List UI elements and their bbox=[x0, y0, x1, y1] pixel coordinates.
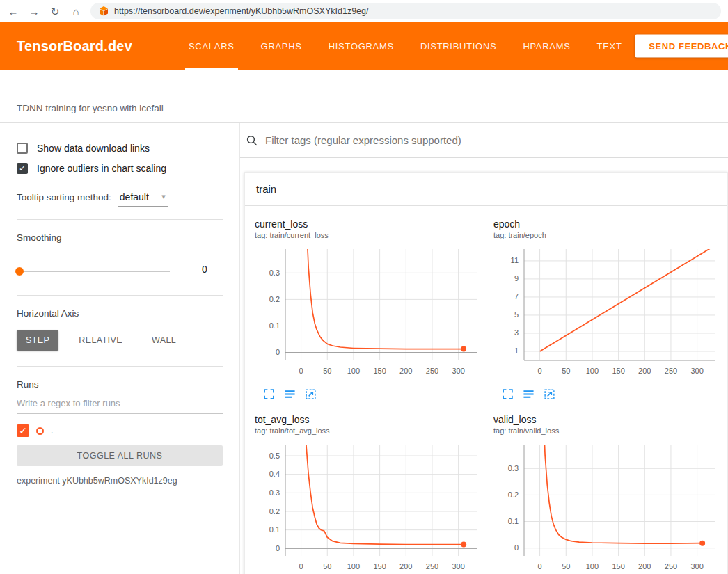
svg-text:11: 11 bbox=[511, 256, 519, 264]
tab-hparams[interactable]: HPARAMS bbox=[509, 22, 583, 70]
chart-canvas: 1357911050100150200250300 bbox=[489, 244, 722, 380]
fit-domain-icon[interactable] bbox=[305, 388, 317, 400]
svg-text:200: 200 bbox=[638, 367, 651, 375]
smoothing-label: Smoothing bbox=[17, 232, 223, 243]
axis-wall-button[interactable]: WALL bbox=[143, 330, 185, 351]
tab-distributions[interactable]: DISTRIBUTIONS bbox=[407, 22, 510, 70]
chart-toolbar bbox=[502, 388, 722, 400]
ignore-outliers-row[interactable]: ✓ Ignore outliers in chart scaling bbox=[17, 163, 223, 174]
url-text: https://tensorboard.dev/experiment/yKUbh… bbox=[114, 6, 368, 16]
browser-toolbar: ← → ↻ ⌂ https://tensorboard.dev/experime… bbox=[0, 0, 728, 22]
expand-icon[interactable] bbox=[502, 388, 514, 400]
svg-text:300: 300 bbox=[690, 562, 703, 571]
run-checkbox[interactable]: ✓ bbox=[17, 424, 29, 437]
chart-tag: tag: train/tot_avg_loss bbox=[255, 426, 484, 435]
svg-text:0: 0 bbox=[299, 562, 303, 571]
svg-text:50: 50 bbox=[562, 367, 570, 375]
show-download-links-checkbox[interactable] bbox=[17, 143, 28, 154]
back-icon[interactable]: ← bbox=[7, 6, 19, 17]
sidebar-divider bbox=[17, 295, 223, 296]
svg-text:300: 300 bbox=[452, 562, 464, 571]
forward-icon[interactable]: → bbox=[28, 6, 40, 17]
svg-text:50: 50 bbox=[562, 562, 570, 571]
svg-text:50: 50 bbox=[323, 367, 331, 375]
filter-tags-input[interactable] bbox=[265, 134, 728, 146]
svg-text:150: 150 bbox=[373, 367, 386, 375]
group-title-train[interactable]: train bbox=[245, 173, 727, 206]
app-logo: TensorBoard.dev bbox=[17, 38, 132, 54]
svg-text:100: 100 bbox=[586, 367, 599, 375]
tab-graphs[interactable]: GRAPHS bbox=[248, 22, 315, 70]
tab-text[interactable]: TEXT bbox=[584, 22, 635, 70]
run-row: ✓ . bbox=[17, 424, 223, 437]
chart-canvas: 00.10.20.3050100150200250300 bbox=[489, 439, 722, 574]
svg-text:0.1: 0.1 bbox=[508, 517, 519, 525]
svg-text:0.1: 0.1 bbox=[269, 525, 280, 534]
tooltip-sorting-label: Tooltip sorting method: bbox=[17, 192, 111, 202]
run-table-icon[interactable] bbox=[523, 388, 535, 400]
svg-text:100: 100 bbox=[347, 562, 360, 571]
chart-title: epoch bbox=[493, 218, 722, 230]
svg-text:9: 9 bbox=[514, 274, 519, 282]
svg-text:0.4: 0.4 bbox=[269, 470, 280, 478]
tab-scalars[interactable]: SCALARS bbox=[175, 22, 248, 70]
toggle-all-runs-button[interactable]: TOGGLE ALL RUNS bbox=[17, 445, 223, 466]
svg-text:200: 200 bbox=[399, 367, 412, 375]
address-bar[interactable]: https://tensorboard.dev/experiment/yKUbh… bbox=[90, 3, 721, 19]
svg-text:0: 0 bbox=[276, 348, 280, 356]
home-icon[interactable]: ⌂ bbox=[70, 6, 82, 17]
charts-grid: current_loss tag: train/current_loss 00.… bbox=[245, 206, 727, 574]
ignore-outliers-checkbox[interactable]: ✓ bbox=[17, 163, 28, 174]
run-table-icon[interactable] bbox=[284, 388, 296, 400]
svg-text:1: 1 bbox=[514, 346, 519, 355]
svg-text:0.2: 0.2 bbox=[508, 491, 519, 499]
svg-text:0.2: 0.2 bbox=[269, 507, 280, 516]
svg-text:0.5: 0.5 bbox=[269, 452, 280, 460]
chart-card-tot-avg-loss: tot_avg_loss tag: train/tot_avg_loss 00.… bbox=[251, 411, 484, 574]
ignore-outliers-label: Ignore outliers in chart scaling bbox=[37, 163, 166, 174]
send-feedback-button[interactable]: SEND FEEDBACK bbox=[635, 35, 728, 58]
tooltip-sorting-row: Tooltip sorting method: default ▾ bbox=[17, 191, 223, 219]
chart-card-epoch: epoch tag: train/epoch 13579110501001502… bbox=[489, 216, 722, 400]
chart-canvas: 00.10.20.3050100150200250300 bbox=[251, 244, 484, 380]
svg-text:0.3: 0.3 bbox=[269, 269, 280, 277]
tensorboard-favicon-icon bbox=[99, 6, 109, 16]
smoothing-slider-thumb[interactable] bbox=[15, 267, 24, 276]
chart-title: tot_avg_loss bbox=[255, 414, 484, 425]
experiment-title: TDNN training for yesno with icefall bbox=[17, 103, 728, 113]
chart-canvas: 00.10.20.30.40.5050100150200250300 bbox=[251, 439, 484, 574]
svg-text:0: 0 bbox=[299, 367, 303, 375]
horizontal-axis-buttons: STEP RELATIVE WALL bbox=[17, 330, 223, 351]
tooltip-sorting-value: default bbox=[120, 191, 149, 202]
smoothing-slider-row: 0 bbox=[17, 264, 223, 278]
search-icon bbox=[246, 134, 258, 147]
show-download-links-label: Show data download links bbox=[37, 143, 150, 154]
svg-text:0: 0 bbox=[538, 367, 542, 375]
runs-regex-input[interactable] bbox=[17, 390, 223, 414]
main-panel: train current_loss tag: train/current_lo… bbox=[240, 123, 728, 574]
axis-relative-button[interactable]: RELATIVE bbox=[70, 330, 132, 351]
fit-domain-icon[interactable] bbox=[544, 388, 555, 400]
experiment-title-bar: TDNN training for yesno with icefall bbox=[0, 70, 728, 123]
smoothing-value-input[interactable]: 0 bbox=[187, 264, 223, 278]
reload-icon[interactable]: ↻ bbox=[49, 6, 61, 17]
nav-tabs: SCALARS GRAPHS HISTOGRAMS DISTRIBUTIONS … bbox=[175, 22, 635, 70]
sidebar-divider bbox=[17, 366, 223, 367]
show-download-links-row[interactable]: Show data download links bbox=[17, 143, 223, 154]
train-group-card: train current_loss tag: train/current_lo… bbox=[244, 172, 728, 574]
chart-title: valid_loss bbox=[493, 414, 722, 425]
chart-tag: tag: train/current_loss bbox=[255, 231, 484, 239]
svg-text:200: 200 bbox=[638, 562, 651, 571]
horizontal-axis-label: Horizontal Axis bbox=[17, 308, 223, 319]
svg-text:0.3: 0.3 bbox=[508, 464, 519, 472]
sidebar-divider bbox=[17, 219, 223, 220]
smoothing-slider[interactable] bbox=[17, 271, 170, 272]
svg-text:7: 7 bbox=[514, 292, 519, 301]
tab-histograms[interactable]: HISTOGRAMS bbox=[315, 22, 407, 70]
svg-text:200: 200 bbox=[399, 562, 412, 571]
axis-step-button[interactable]: STEP bbox=[17, 330, 58, 351]
svg-text:250: 250 bbox=[665, 367, 677, 375]
tooltip-sorting-select[interactable]: default ▾ bbox=[118, 191, 168, 207]
svg-text:100: 100 bbox=[347, 367, 360, 375]
expand-icon[interactable] bbox=[263, 388, 275, 400]
